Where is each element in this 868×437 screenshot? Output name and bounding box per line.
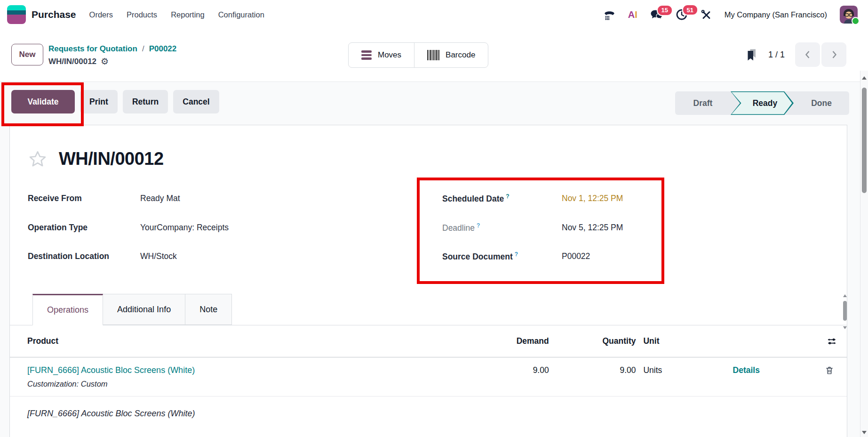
action-buttons: Validate Print Return Cancel — [11, 90, 219, 113]
breadcrumb-current: WH/IN/00012 — [48, 55, 96, 68]
help-icon[interactable]: ? — [506, 193, 509, 200]
inner-scrollbar — [842, 291, 848, 332]
barcode-icon — [427, 49, 439, 61]
messages-badge: 15 — [657, 5, 673, 16]
deadline-value[interactable]: Nov 5, 12:25 PM — [562, 223, 623, 233]
odoo-purchase-receipt-page: Purchase Orders Products Reporting Confi… — [0, 0, 868, 437]
receive-from-value[interactable]: Ready Mat — [140, 194, 180, 203]
field-scheduled-date: Scheduled Date? Nov 1, 12:25 PM — [442, 192, 623, 205]
navbar-left: Purchase Orders Products Reporting Confi… — [0, 5, 264, 24]
print-button[interactable]: Print — [80, 90, 118, 113]
tab-operations[interactable]: Operations — [32, 294, 103, 325]
main-menu: Orders Products Reporting Configuration — [89, 10, 264, 19]
activities-badge: 51 — [682, 4, 698, 16]
status-bar: Draft Ready Done — [675, 91, 849, 115]
tab-additional-info[interactable]: Additional Info — [103, 294, 185, 325]
field-destination-location: Destination Location WH/Stock — [28, 250, 177, 263]
cell-unit: Units — [636, 365, 697, 375]
gear-icon[interactable]: ⚙ — [101, 57, 109, 66]
source-document-value[interactable]: P00022 — [562, 251, 590, 261]
cancel-button[interactable]: Cancel — [173, 90, 219, 113]
breadcrumb-requests-for-quotation[interactable]: Requests for Quotation — [48, 42, 137, 55]
trash-icon[interactable] — [825, 365, 834, 375]
destination-location-value[interactable]: WH/Stock — [140, 251, 177, 261]
company-switcher[interactable]: My Company (San Francisco) — [725, 10, 827, 19]
table-row: [FURN_6666] Acoustic Bloc Screens (White… — [10, 357, 847, 397]
new-button[interactable]: New — [11, 44, 43, 65]
inner-scrollbar-thumb[interactable] — [843, 301, 847, 321]
next-icon — [829, 49, 839, 61]
scroll-up-icon[interactable] — [862, 76, 867, 80]
barcode-smart-button[interactable]: Barcode — [414, 43, 488, 67]
scheduled-date-value[interactable]: Nov 1, 12:25 PM — [562, 194, 623, 203]
cell-quantity[interactable]: 9.00 — [549, 365, 636, 375]
scroll-up-icon[interactable] — [843, 294, 847, 297]
action-strip: Validate Print Return Cancel Draft Ready… — [0, 81, 868, 125]
main-scrollbar-thumb[interactable] — [862, 88, 867, 193]
field-source-document: Source Document? P00022 — [442, 250, 590, 263]
moves-smart-button[interactable]: Moves — [349, 43, 414, 67]
header-unit[interactable]: Unit — [636, 336, 697, 346]
activities-clock-icon[interactable]: 51 — [676, 8, 688, 21]
product-link[interactable]: [FURN_6666] Acoustic Bloc Screens (White… — [27, 365, 195, 375]
prev-icon — [803, 49, 813, 61]
help-icon[interactable]: ? — [477, 222, 480, 229]
status-ready[interactable]: Ready — [731, 91, 794, 115]
tab-note[interactable]: Note — [185, 294, 232, 325]
messages-icon[interactable]: 15 — [650, 9, 663, 21]
pager-count: 1 / 1 — [768, 50, 785, 60]
top-navbar: Purchase Orders Products Reporting Confi… — [0, 0, 868, 29]
scroll-down-icon[interactable] — [862, 431, 867, 434]
purchase-app-logo[interactable] — [7, 5, 26, 24]
validate-button[interactable]: Validate — [11, 90, 75, 113]
product-note: Customization: Custom — [27, 380, 478, 388]
ai-icon[interactable]: AI — [628, 9, 637, 20]
table-group-row: [FURN_6666] Acoustic Bloc Screens (White… — [10, 397, 847, 428]
field-receive-from: Receive From Ready Mat — [28, 192, 180, 205]
help-icon[interactable]: ? — [515, 251, 518, 258]
operations-table: Product Demand Quantity Unit — [10, 325, 847, 428]
previous-record-button[interactable] — [795, 42, 820, 67]
next-record-button[interactable] — [821, 42, 846, 67]
menu-orders[interactable]: Orders — [89, 10, 113, 19]
menu-reporting[interactable]: Reporting — [171, 10, 205, 19]
app-name[interactable]: Purchase — [32, 9, 76, 20]
control-panel: New Requests for Quotation / P00022 WH/I… — [0, 29, 868, 81]
breadcrumb-p00022[interactable]: P00022 — [149, 42, 177, 55]
field-deadline: Deadline? Nov 5, 12:25 PM — [442, 221, 623, 234]
moves-lines-icon — [361, 50, 372, 60]
online-status-dot — [852, 17, 860, 25]
status-done[interactable]: Done — [794, 91, 849, 115]
menu-configuration[interactable]: Configuration — [218, 10, 264, 19]
notebook-tabs: Operations Additional Info Note — [10, 294, 847, 325]
user-avatar[interactable] — [840, 6, 858, 24]
header-demand[interactable]: Demand — [478, 336, 549, 346]
bookmark-icon[interactable] — [746, 49, 758, 61]
smart-buttons: Moves Barcode — [348, 42, 488, 68]
table-header: Product Demand Quantity Unit — [10, 325, 847, 357]
navbar-right: AI 15 51 — [604, 6, 868, 24]
breadcrumb: Requests for Quotation / P00022 WH/IN/00… — [48, 42, 176, 68]
cell-demand[interactable]: 9.00 — [478, 365, 549, 375]
voip-phone-icon[interactable] — [604, 9, 615, 21]
menu-products[interactable]: Products — [127, 10, 157, 19]
main-scrollbar[interactable] — [860, 71, 868, 437]
field-operation-type: Operation Type YourCompany: Receipts — [28, 221, 229, 234]
pager: 1 / 1 — [746, 42, 846, 67]
return-button[interactable]: Return — [123, 90, 168, 113]
record-title: WH/IN/00012 — [59, 149, 164, 169]
breadcrumb-separator: / — [142, 42, 144, 55]
header-quantity[interactable]: Quantity — [549, 336, 636, 346]
header-product[interactable]: Product — [27, 336, 478, 346]
operation-type-value[interactable]: YourCompany: Receipts — [140, 223, 229, 233]
status-draft[interactable]: Draft — [675, 91, 731, 115]
details-button[interactable]: Details — [733, 365, 760, 375]
scroll-down-icon[interactable] — [843, 326, 847, 329]
tools-icon[interactable] — [701, 9, 712, 20]
form-sheet: WH/IN/00012 Receive From Ready Mat Opera… — [9, 125, 847, 437]
star-icon[interactable] — [28, 150, 47, 169]
sliders-icon[interactable] — [827, 336, 837, 347]
